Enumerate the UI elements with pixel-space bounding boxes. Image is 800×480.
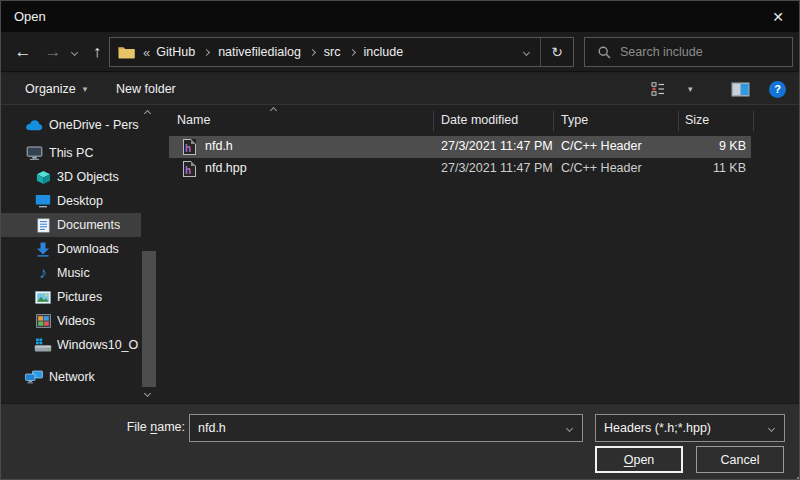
sidebar-item-windows10-os[interactable]: Windows10_OS ( <box>1 333 141 357</box>
cube-3d-icon <box>34 168 52 186</box>
download-arrow-icon <box>34 240 52 258</box>
sidebar-item-this-pc[interactable]: This PC <box>1 141 141 165</box>
file-name-input[interactable] <box>190 421 582 435</box>
breadcrumb-item-src[interactable]: src <box>322 45 343 59</box>
address-bar[interactable]: « GitHub nativefiledialog src include ↻ <box>109 37 574 67</box>
file-name: nfd.hpp <box>205 161 247 175</box>
file-date-modified: 27/3/2021 11:47 PM <box>441 139 553 153</box>
help-icon: ? <box>769 81 786 98</box>
os-drive-icon <box>34 336 52 354</box>
change-view-button[interactable] <box>651 73 669 105</box>
file-name: nfd.h <box>205 139 233 153</box>
organize-button[interactable]: Organize ▾ <box>25 73 87 105</box>
column-divider[interactable] <box>433 111 434 131</box>
scroll-down-icon[interactable] <box>144 390 151 397</box>
help-button[interactable]: ? <box>769 73 786 105</box>
scroll-up-icon[interactable] <box>144 110 151 117</box>
cancel-button[interactable]: Cancel <box>696 446 784 473</box>
sidebar-item-onedrive[interactable]: OneDrive - Persor <box>1 113 141 137</box>
file-type-dropdown-button[interactable] <box>758 415 784 441</box>
sidebar-item-label: Music <box>57 266 90 280</box>
chevron-down-icon <box>70 48 77 55</box>
desktop-icon <box>34 192 52 210</box>
scrollbar-thumb[interactable] <box>142 251 156 387</box>
file-row-nfd-hpp[interactable]: h nfd.hpp 27/3/2021 11:47 PM C/C++ Heade… <box>161 158 799 180</box>
breadcrumb-item-nativefiledialog[interactable]: nativefiledialog <box>216 45 303 59</box>
column-header-type[interactable]: Type <box>561 105 588 135</box>
new-folder-button[interactable]: New folder <box>116 73 176 105</box>
column-divider[interactable] <box>678 111 679 131</box>
up-icon: ↑ <box>93 43 101 61</box>
column-divider[interactable] <box>553 111 554 131</box>
column-divider[interactable] <box>753 111 754 131</box>
dialog-title: Open <box>14 9 46 24</box>
sidebar-scrollbar[interactable] <box>141 105 157 405</box>
sidebar-item-videos[interactable]: Videos <box>1 309 141 333</box>
sidebar-item-label: Network <box>49 370 95 384</box>
search-box[interactable] <box>584 37 793 67</box>
breadcrumb-item-github[interactable]: GitHub <box>154 45 197 59</box>
sort-ascending-icon <box>270 107 277 114</box>
change-view-dropdown[interactable]: ▾ <box>681 73 693 105</box>
folder-icon <box>118 45 135 59</box>
cancel-button-label: Cancel <box>721 453 760 467</box>
details-view-icon <box>651 82 669 96</box>
recent-locations-button[interactable] <box>65 40 83 64</box>
sidebar-item-label: Downloads <box>57 242 119 256</box>
address-dropdown-button[interactable] <box>512 38 540 66</box>
sidebar-item-label: This PC <box>49 146 93 160</box>
column-header-name[interactable]: Name <box>177 105 210 135</box>
videos-icon <box>34 312 52 330</box>
sidebar-item-downloads[interactable]: Downloads <box>1 237 141 261</box>
column-header-size[interactable]: Size <box>685 105 709 135</box>
refresh-icon: ↻ <box>551 44 563 60</box>
sidebar-item-network[interactable]: Network <box>1 365 141 389</box>
chevron-right-icon <box>348 48 355 55</box>
file-name-dropdown-button[interactable] <box>556 415 582 441</box>
sidebar-item-3d-objects[interactable]: 3D Objects <box>1 165 141 189</box>
back-icon: ← <box>15 42 32 62</box>
breadcrumb-item-include[interactable]: include <box>362 45 406 59</box>
refresh-button[interactable]: ↻ <box>541 38 573 66</box>
search-icon <box>598 46 611 59</box>
sidebar-item-documents[interactable]: Documents <box>1 213 141 237</box>
chevron-right-icon <box>309 48 316 55</box>
back-button[interactable]: ← <box>9 40 37 64</box>
sidebar-item-pictures[interactable]: Pictures <box>1 285 141 309</box>
preview-pane-button[interactable] <box>731 73 750 105</box>
forward-button[interactable]: → <box>39 40 67 64</box>
column-header-date-modified[interactable]: Date modified <box>441 105 518 135</box>
network-icon <box>25 368 43 386</box>
resize-grip[interactable] <box>793 473 795 475</box>
open-button-label: Open <box>624 453 655 467</box>
file-row-nfd-h[interactable]: h nfd.h 27/3/2021 11:47 PM C/C++ Header … <box>161 136 799 158</box>
content-area: OneDrive - Persor This PC 3D Objects Des… <box>1 105 799 405</box>
onedrive-cloud-icon <box>25 116 43 134</box>
file-name-label: File name: <box>97 420 185 434</box>
sidebar-item-label: 3D Objects <box>57 170 119 184</box>
close-button[interactable]: ✕ <box>762 4 794 29</box>
file-name-combobox[interactable] <box>189 414 583 442</box>
sidebar-item-label: Documents <box>57 218 120 232</box>
file-list: Name Date modified Type Size h nfd.h 27/… <box>161 105 799 405</box>
chevron-right-icon <box>203 48 210 55</box>
chevron-down-icon <box>565 424 572 431</box>
breadcrumb-overflow-icon[interactable]: « <box>143 45 150 60</box>
dropdown-triangle-icon: ▾ <box>83 84 88 94</box>
chevron-down-icon <box>767 424 774 431</box>
up-button[interactable]: ↑ <box>83 40 111 64</box>
file-date-modified: 27/3/2021 11:47 PM <box>441 161 553 175</box>
header-file-icon: h <box>183 139 196 155</box>
file-type-combobox[interactable]: Headers (*.h;*.hpp) <box>595 414 785 442</box>
documents-icon <box>34 216 52 234</box>
sidebar-item-label: Pictures <box>57 290 102 304</box>
sidebar-item-music[interactable]: ♪ Music <box>1 261 141 285</box>
open-button[interactable]: Open <box>595 446 683 473</box>
close-icon: ✕ <box>772 9 784 25</box>
sidebar-item-desktop[interactable]: Desktop <box>1 189 141 213</box>
navigation-pane: OneDrive - Persor This PC 3D Objects Des… <box>1 105 161 405</box>
music-note-icon: ♪ <box>34 264 52 282</box>
search-input[interactable] <box>620 45 792 59</box>
file-size: 11 KB <box>678 161 746 175</box>
open-file-dialog: Open ✕ ← → ↑ « GitHub nativefiledialog <box>0 0 800 480</box>
